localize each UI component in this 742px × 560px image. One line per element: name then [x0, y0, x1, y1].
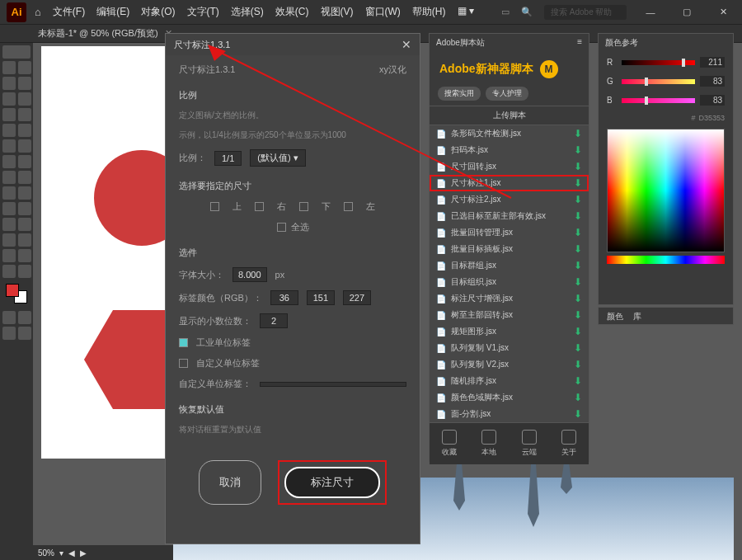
- menu-select[interactable]: 选择(S): [231, 5, 264, 19]
- hue-strip[interactable]: [607, 256, 725, 264]
- eraser-tool[interactable]: [2, 139, 16, 153]
- shaper-tool[interactable]: [18, 124, 31, 137]
- download-icon[interactable]: ⬇: [574, 227, 582, 238]
- download-icon[interactable]: ⬇: [574, 161, 582, 172]
- script-item[interactable]: 📄批量目标插板.jsx⬇: [430, 241, 589, 257]
- script-item[interactable]: 📄已选目标至新主部有效.jsx⬇: [430, 208, 589, 224]
- hand-tool[interactable]: [18, 249, 31, 262]
- direct-select-tool[interactable]: [2, 61, 16, 74]
- fg-color-swatch[interactable]: [6, 284, 19, 297]
- download-icon[interactable]: ⬇: [574, 243, 582, 255]
- font-size-input[interactable]: 8.000: [232, 267, 267, 282]
- bottom-tab-local[interactable]: 本地: [481, 430, 496, 458]
- menu-view[interactable]: 视图(V): [321, 5, 354, 19]
- swatch-tab-lib[interactable]: 库: [633, 311, 641, 321]
- r-slider[interactable]: [622, 60, 695, 65]
- scale-default-dropdown[interactable]: (默认值) ▾: [250, 149, 305, 167]
- menu-effect[interactable]: 效果(C): [275, 5, 309, 19]
- cb-all[interactable]: [277, 223, 286, 232]
- search-icon[interactable]: 🔍: [521, 7, 533, 17]
- scripts-tab-1[interactable]: 搜索实用: [438, 87, 481, 101]
- script-item[interactable]: 📄标注尺寸增强.jsx⬇: [430, 290, 589, 307]
- free-transform-tool[interactable]: [2, 171, 16, 184]
- line-tool[interactable]: [2, 108, 16, 121]
- script-item[interactable]: 📄队列复制 V1.jsx⬇: [430, 340, 589, 356]
- script-item[interactable]: 📄条形码文件检测.jsx⬇: [430, 125, 589, 142]
- scripts-tab-2[interactable]: 专人护理: [486, 87, 528, 101]
- blend-tool[interactable]: [2, 218, 16, 231]
- script-item[interactable]: 📄尺寸标注1.jsx⬇: [430, 175, 589, 191]
- download-icon[interactable]: ⬇: [574, 276, 582, 288]
- artboard-tool[interactable]: [18, 233, 31, 247]
- symbol-tool[interactable]: [18, 218, 31, 231]
- slice-tool[interactable]: [2, 249, 16, 262]
- perspective-tool[interactable]: [2, 186, 16, 200]
- custom-unit-input[interactable]: [260, 382, 406, 387]
- width-tool[interactable]: [18, 155, 31, 168]
- eyedropper-tool[interactable]: [18, 202, 31, 215]
- color-b-input[interactable]: 227: [343, 290, 371, 305]
- decimals-input[interactable]: 2: [260, 313, 288, 328]
- g-slider[interactable]: [622, 79, 695, 84]
- zoom-value[interactable]: 50%: [38, 548, 54, 558]
- scale-tool[interactable]: [2, 155, 16, 168]
- cb-custom-unit[interactable]: [179, 359, 188, 368]
- download-icon[interactable]: ⬇: [574, 260, 582, 271]
- selection-tool[interactable]: [2, 45, 31, 59]
- script-item[interactable]: 📄队列复制 V2.jsx⬇: [430, 356, 589, 373]
- download-icon[interactable]: ⬇: [574, 210, 582, 222]
- cb-left[interactable]: [344, 202, 353, 211]
- script-item[interactable]: 📄批量回转管理.jsx⬇: [430, 224, 589, 241]
- cb-down[interactable]: [299, 202, 308, 211]
- curvature-tool[interactable]: [2, 92, 16, 106]
- script-item[interactable]: 📄扫码本.jsx⬇: [430, 142, 589, 158]
- nav-next-icon[interactable]: ▶: [80, 548, 87, 558]
- screen-mode[interactable]: [2, 327, 16, 340]
- ok-button[interactable]: 标注尺寸: [284, 467, 380, 498]
- bottom-tab-cloud[interactable]: 云端: [522, 430, 537, 458]
- script-item[interactable]: 📄颜色色域脚本.jsx⬇: [430, 389, 589, 406]
- download-icon[interactable]: ⬇: [574, 408, 582, 420]
- download-icon[interactable]: ⬇: [574, 293, 582, 304]
- edit-toolbar[interactable]: [18, 327, 31, 340]
- menu-type[interactable]: 文字(T): [187, 5, 219, 19]
- magic-wand-tool[interactable]: [18, 61, 31, 74]
- upload-banner[interactable]: 上传脚本: [430, 106, 589, 125]
- nav-prev-icon[interactable]: ◀: [68, 548, 75, 558]
- swatch-tab-color[interactable]: 颜色: [607, 311, 623, 321]
- menu-object[interactable]: 对象(O): [141, 5, 175, 19]
- color-r-input[interactable]: 36: [270, 290, 298, 305]
- type-tool[interactable]: [18, 92, 31, 106]
- zoom-dropdown-icon[interactable]: ▾: [59, 548, 63, 558]
- script-item[interactable]: 📄规矩图形.jsx⬇: [430, 323, 589, 340]
- menu-file[interactable]: 文件(F): [53, 5, 85, 19]
- lasso-tool[interactable]: [2, 77, 16, 90]
- script-item[interactable]: 📄面-分割.jsx⬇: [430, 406, 589, 422]
- menu-more-icon[interactable]: ▦ ▾: [458, 5, 474, 19]
- cancel-button[interactable]: 取消: [199, 460, 261, 505]
- download-icon[interactable]: ⬇: [574, 359, 582, 370]
- home-icon[interactable]: ⌂: [35, 6, 41, 18]
- download-icon[interactable]: ⬇: [574, 177, 582, 189]
- draw-mode-2[interactable]: [18, 311, 31, 324]
- graph-tool[interactable]: [2, 233, 16, 247]
- rotate-tool[interactable]: [18, 139, 31, 153]
- dialog-close-icon[interactable]: ✕: [402, 38, 411, 51]
- color-swatches[interactable]: [2, 284, 31, 308]
- dialog-tab-right[interactable]: xy汉化: [379, 64, 406, 76]
- paintbrush-tool[interactable]: [2, 124, 16, 137]
- script-item[interactable]: 📄树至主部回转.jsx⬇: [430, 307, 589, 323]
- cb-right[interactable]: [255, 202, 264, 211]
- dialog-tab-main[interactable]: 尺寸标注1.3.1: [179, 64, 235, 76]
- script-item[interactable]: 📄随机排序.jsx⬇: [430, 373, 589, 389]
- draw-mode-1[interactable]: [2, 311, 16, 324]
- download-icon[interactable]: ⬇: [574, 342, 582, 354]
- mesh-tool[interactable]: [18, 186, 31, 200]
- script-item[interactable]: 📄目标组织.jsx⬇: [430, 274, 589, 290]
- b-value[interactable]: 83: [700, 95, 725, 106]
- gradient-tool[interactable]: [2, 202, 16, 215]
- dialog-titlebar[interactable]: 尺寸标注1.3.1 ✕: [166, 34, 420, 55]
- maximize-button[interactable]: ▢: [674, 7, 699, 17]
- menu-edit[interactable]: 编辑(E): [96, 5, 129, 19]
- download-icon[interactable]: ⬇: [574, 392, 582, 403]
